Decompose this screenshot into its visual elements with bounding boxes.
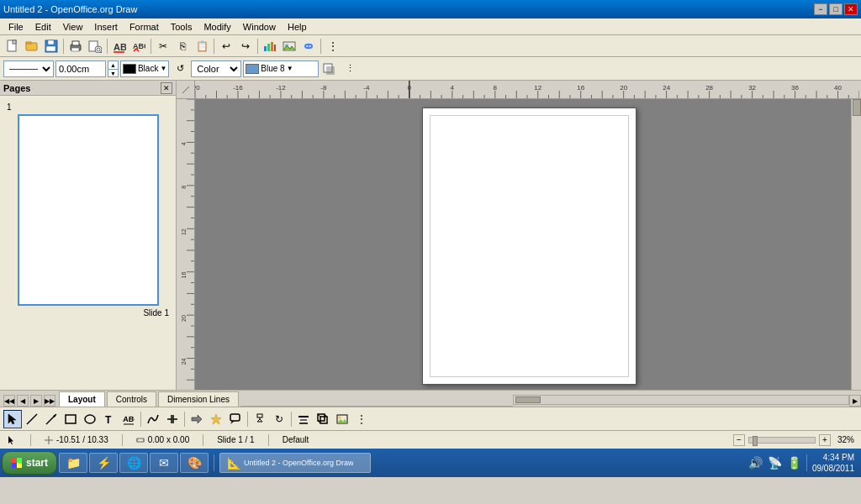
quicklaunch-explorer[interactable]: 📁 — [59, 453, 87, 473]
drawing-canvas[interactable] — [195, 99, 851, 390]
line-width-input[interactable] — [55, 60, 106, 77]
vscroll-thumb[interactable] — [853, 99, 861, 116]
tab-nav: ◀◀ ◀ ▶ ▶▶ — [0, 395, 59, 407]
width-down-button[interactable]: ▼ — [108, 70, 118, 78]
tab-controls[interactable]: Controls — [107, 391, 156, 407]
tab-first-button[interactable]: ◀◀ — [3, 395, 15, 407]
zoom-controls: − + 32% — [733, 434, 854, 446]
new-button[interactable] — [3, 37, 22, 55]
refresh-button[interactable]: ↺ — [171, 60, 189, 78]
gallery-button[interactable] — [280, 37, 298, 55]
quicklaunch-gimp[interactable]: 🎨 — [180, 453, 209, 473]
svg-rect-25 — [326, 66, 335, 75]
active-window-button[interactable]: 📐 Untitled 2 - OpenOffice.org Draw — [219, 453, 371, 473]
more-tools[interactable]: ⋮ — [352, 410, 371, 428]
tab-dimension-lines[interactable]: Dimension Lines — [158, 391, 239, 407]
coordinates-value: -10.51 / 10.33 — [56, 435, 108, 444]
slide-thumbnail[interactable] — [18, 114, 159, 306]
tab-last-button[interactable]: ▶▶ — [44, 395, 55, 407]
area-color-arrow: ▼ — [287, 65, 293, 72]
close-button[interactable]: ✕ — [844, 3, 858, 15]
open-button[interactable] — [23, 37, 41, 55]
select-tool[interactable] — [3, 410, 22, 428]
cut-button[interactable]: ✂ — [154, 37, 172, 55]
tab-prev-button[interactable]: ◀ — [17, 395, 29, 407]
horizontal-scrollbar[interactable] — [513, 395, 849, 405]
zoom-slider-thumb[interactable] — [753, 436, 758, 446]
hyperlink-button[interactable] — [299, 37, 318, 55]
style-select[interactable]: Color — [191, 60, 241, 77]
openoffice-icon: ⚡ — [97, 456, 110, 470]
insert-image-tool[interactable] — [333, 410, 351, 428]
shadow-button[interactable] — [320, 60, 339, 78]
undo-button[interactable]: ↩ — [217, 37, 235, 55]
menu-window[interactable]: Window — [238, 20, 281, 34]
svg-rect-9 — [71, 48, 79, 51]
rotate-tool[interactable]: ↻ — [270, 410, 288, 428]
connector-tool[interactable] — [163, 410, 182, 428]
spellcheck-button[interactable]: ABC — [110, 37, 129, 55]
arrows-tool[interactable] — [188, 410, 206, 428]
pages-close-button[interactable]: ✕ — [161, 82, 172, 94]
curve-tool[interactable] — [144, 410, 162, 428]
svg-rect-8 — [72, 41, 79, 45]
menu-tools[interactable]: Tools — [166, 20, 198, 34]
menu-file[interactable]: File — [3, 20, 29, 34]
save-button[interactable] — [42, 37, 61, 55]
chart-button[interactable] — [261, 37, 279, 55]
clock-date: 09/08/2011 — [812, 463, 854, 474]
battery-tray-icon[interactable]: 🔋 — [787, 456, 801, 470]
callout-tool[interactable] — [226, 410, 245, 428]
toolbar2-more[interactable]: ⋮ — [341, 60, 359, 78]
clock[interactable]: 4:34 PM 09/08/2011 — [812, 452, 854, 474]
zoom-slider[interactable] — [748, 437, 816, 444]
hscroll-thumb[interactable] — [515, 396, 541, 403]
extrude-tool[interactable] — [314, 410, 332, 428]
menu-modify[interactable]: Modify — [198, 20, 235, 34]
quicklaunch-chrome[interactable]: 🌐 — [119, 453, 148, 473]
paste-button[interactable]: 📋 — [193, 37, 211, 55]
stars-tool[interactable] — [207, 410, 225, 428]
ellipse-tool[interactable] — [81, 410, 99, 428]
tab-next-button[interactable]: ▶ — [30, 395, 42, 407]
line-tool[interactable] — [23, 410, 41, 428]
line-style-select[interactable]: ────── - - - - ······· — [3, 60, 54, 77]
text-tool[interactable]: T — [100, 410, 119, 428]
menu-edit[interactable]: Edit — [30, 20, 56, 34]
menu-help[interactable]: Help — [283, 20, 312, 34]
zoom-in-button[interactable]: + — [819, 434, 831, 446]
width-up-button[interactable]: ▲ — [108, 61, 118, 70]
restore-button[interactable]: □ — [829, 3, 843, 15]
vertical-scrollbar[interactable] — [851, 99, 861, 390]
line-color-arrow: ▼ — [160, 65, 166, 72]
svg-rect-19 — [271, 42, 273, 51]
slide-info-value: Slide 1 / 1 — [217, 435, 254, 444]
tab-layout[interactable]: Layout — [59, 391, 105, 407]
zoom-out-button[interactable]: − — [733, 434, 745, 446]
menu-insert[interactable]: Insert — [89, 20, 123, 34]
line-color-dropdown[interactable]: Black ▼ — [120, 60, 169, 77]
area-color-dropdown[interactable]: Blue 8 ▼ — [243, 60, 319, 77]
menu-view[interactable]: View — [58, 20, 88, 34]
print-button[interactable] — [66, 37, 85, 55]
menu-format[interactable]: Format — [124, 20, 164, 34]
align-tool[interactable] — [294, 410, 313, 428]
fontwork-tool[interactable]: ABC — [119, 410, 138, 428]
arrow-tool[interactable] — [42, 410, 61, 428]
quicklaunch-openoffice[interactable]: ⚡ — [89, 453, 118, 473]
rectangle-tool[interactable] — [61, 410, 80, 428]
print-preview-button[interactable] — [86, 37, 104, 55]
redo-button[interactable]: ↪ — [236, 37, 255, 55]
copy-button[interactable]: ⎘ — [173, 37, 192, 55]
network-tray-icon[interactable]: 📡 — [768, 456, 782, 470]
hscroll-right[interactable]: ▶ — [849, 395, 861, 407]
flowchart-tool[interactable] — [251, 410, 269, 428]
horizontal-ruler — [195, 81, 861, 99]
start-button[interactable]: start — [2, 451, 57, 475]
minimize-button[interactable]: − — [814, 3, 827, 15]
speaker-tray-icon[interactable]: 🔊 — [748, 456, 763, 470]
more-button[interactable]: ⋮ — [324, 37, 342, 55]
autocorrect-button[interactable]: ABC — [129, 37, 148, 55]
quicklaunch-thunderbird[interactable]: ✉ — [150, 453, 178, 473]
drawing-toolbar: T ABC ↻ ⋮ — [0, 407, 861, 430]
